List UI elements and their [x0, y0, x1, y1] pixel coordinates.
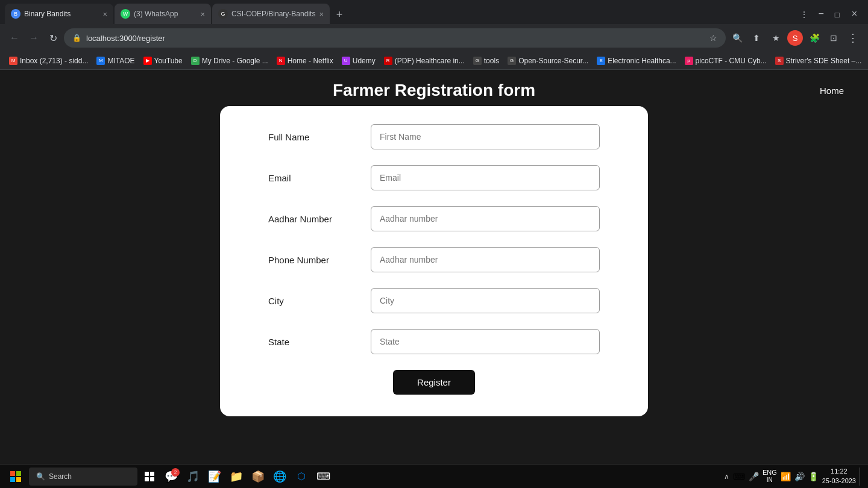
bookmark-tools[interactable]: G tools [469, 54, 503, 68]
bookmark-opensource[interactable]: G Open-Source-Secur... [503, 54, 593, 68]
label-city: City [268, 296, 359, 306]
bookmark-opensource-label: Open-Source-Secur... [518, 57, 588, 65]
input-phone[interactable] [371, 247, 600, 272]
taskbar-search[interactable]: 🔍 Search [29, 468, 137, 486]
taskbar-mic-icon[interactable]: 🎤 [749, 472, 759, 481]
reload-button[interactable]: ↻ [45, 30, 61, 46]
tab-label-gh: CSI-COEP/Binary-Bandits [231, 10, 315, 18]
battery-icon[interactable]: 🔋 [808, 472, 819, 481]
bookmark-drive[interactable]: D My Drive - Google ... [187, 54, 272, 68]
tab-favicon-gh: G [218, 9, 228, 19]
bookmark-electronic[interactable]: E Electronic Healthca... [593, 54, 680, 68]
form-submit-row: Register [268, 370, 600, 395]
bookmark-inbox[interactable]: M Inbox (2,713) - sidd... [5, 54, 92, 68]
taskbar-keyboard-icon[interactable]: ⌨ [733, 472, 745, 481]
address-bar[interactable]: 🔒 localhost:3000/register ☆ [64, 28, 726, 48]
bookmark-inbox-label: Inbox (2,713) - sidd... [20, 57, 88, 65]
avatar[interactable]: S [787, 30, 803, 46]
taskbar-datetime[interactable]: 11:22 25-03-2023 [822, 467, 856, 486]
taskbar-icon-chrome[interactable]: 🌐 [270, 467, 289, 486]
tab-bar: B Binary Bandits × W (3) WhatsApp × G CS… [0, 0, 868, 24]
wifi-icon[interactable]: 📶 [781, 472, 791, 481]
label-fullname: Full Name [268, 132, 359, 142]
start-button[interactable] [5, 467, 27, 486]
form-row-fullname: Full Name [268, 124, 600, 149]
svg-rect-4 [145, 472, 149, 476]
toolbar: ← → ↻ 🔒 localhost:3000/register ☆ 🔍 ⬆ ★ … [0, 24, 868, 52]
address-text[interactable]: localhost:3000/register [86, 34, 705, 43]
bookmark-tools-icon: G [473, 57, 482, 65]
taskbar-icon-vscode[interactable]: ⬡ [292, 467, 311, 486]
tab-close-wa-icon[interactable]: × [200, 10, 205, 19]
bookmark-striver[interactable]: S Striver's SDE Sheet –... [771, 54, 866, 68]
taskbar: 🔍 Search 💬 2 🎵 📝 📁 📦 🌐 ⬡ ⌨ ∧ ⌨ 🎤 ENG IN … [0, 464, 868, 488]
taskbar-region-text: IN [767, 477, 773, 484]
sidebar-icon[interactable]: ⊡ [825, 29, 843, 47]
tab-label: Binary Bandits [24, 10, 99, 18]
toolbar-icons-group: 🔍 ⬆ ★ S 🧩 ⊡ ⋮ [728, 29, 862, 47]
label-aadhar: Aadhar Number [268, 214, 359, 224]
input-aadhar[interactable] [371, 206, 600, 231]
tab-close-icon[interactable]: × [102, 10, 107, 19]
form-row-phone: Phone Number [268, 247, 600, 272]
home-link[interactable]: Home [820, 86, 844, 96]
svg-rect-5 [150, 472, 154, 476]
bookmark-mitaoe-label: MITAOE [107, 57, 134, 65]
close-button[interactable]: × [846, 6, 863, 22]
taskbar-icon-box[interactable]: 📦 [248, 467, 268, 486]
tab-whatsapp[interactable]: W (3) WhatsApp × [115, 4, 211, 24]
bookmark-mitaoe-icon: M [96, 57, 105, 65]
bookmark-pdf-icon: R [384, 57, 392, 65]
taskbar-icon-spotify[interactable]: 🎵 [183, 467, 203, 486]
bookmark-netflix[interactable]: N Home - Netflix [272, 54, 338, 68]
taskbar-widget1[interactable] [140, 467, 159, 486]
taskbar-icon-chat[interactable]: 💬 2 [162, 467, 181, 486]
bookmark-more[interactable]: » [866, 55, 868, 66]
tab-more-button[interactable]: ⋮ [796, 7, 812, 22]
taskbar-up-arrow[interactable]: ∧ [724, 472, 729, 481]
new-tab-button[interactable]: + [331, 6, 348, 23]
input-city[interactable] [371, 288, 600, 313]
show-desktop-button[interactable] [860, 468, 863, 486]
svg-rect-0 [10, 471, 15, 476]
bookmark-netflix-label: Home - Netflix [288, 57, 333, 65]
label-email: Email [268, 173, 359, 183]
volume-icon[interactable]: 🔊 [794, 472, 805, 481]
extension-icon[interactable]: 🧩 [805, 29, 823, 47]
tab-github[interactable]: G CSI-COEP/Binary-Bandits × [212, 4, 330, 24]
tab-binary-bandits[interactable]: B Binary Bandits × [5, 4, 113, 24]
back-button[interactable]: ← [6, 30, 23, 46]
tab-favicon: B [11, 9, 20, 19]
taskbar-date: 25-03-2023 [822, 477, 856, 486]
bookmark-star-icon[interactable]: ☆ [709, 33, 717, 43]
bookmark-icon[interactable]: ★ [767, 29, 785, 47]
maximize-button[interactable]: □ [830, 8, 844, 22]
forward-button[interactable]: → [25, 30, 42, 46]
bookmark-pdf[interactable]: R (PDF) Healthcare in... [380, 54, 469, 68]
input-state[interactable] [371, 329, 600, 354]
form-row-city: City [268, 288, 600, 313]
more-menu-icon[interactable]: ⋮ [844, 29, 862, 47]
search-toolbar-icon[interactable]: 🔍 [728, 29, 746, 47]
taskbar-lang-text: ENG [763, 469, 777, 477]
input-email[interactable] [371, 165, 600, 190]
bookmark-udemy-label: Udemy [353, 57, 376, 65]
bookmark-pico[interactable]: p picoCTF - CMU Cyb... [681, 54, 771, 68]
tab-close-gh-icon[interactable]: × [319, 10, 324, 19]
share-icon[interactable]: ⬆ [747, 29, 766, 47]
taskbar-icon-notes[interactable]: 📝 [205, 467, 224, 486]
bookmark-youtube-icon: ▶ [143, 57, 152, 65]
taskbar-icon-terminal[interactable]: ⌨ [313, 467, 333, 486]
browser-chrome: B Binary Bandits × W (3) WhatsApp × G CS… [0, 0, 868, 70]
taskbar-icon-files[interactable]: 📁 [227, 467, 246, 486]
taskbar-search-text: Search [49, 472, 72, 481]
input-fullname[interactable] [371, 124, 600, 149]
bookmark-pico-icon: p [685, 57, 693, 65]
taskbar-right: ∧ ⌨ 🎤 ENG IN 📶 🔊 🔋 11:22 25-03-2023 [724, 467, 863, 486]
register-button[interactable]: Register [393, 370, 475, 395]
bookmark-udemy[interactable]: U Udemy [338, 54, 380, 68]
bookmark-youtube[interactable]: ▶ YouTube [139, 54, 187, 68]
bookmark-mitaoe[interactable]: M MITAOE [92, 54, 139, 68]
minimize-button[interactable]: − [813, 6, 828, 22]
page-content: Farmer Registration form Home Full Name … [0, 70, 868, 464]
